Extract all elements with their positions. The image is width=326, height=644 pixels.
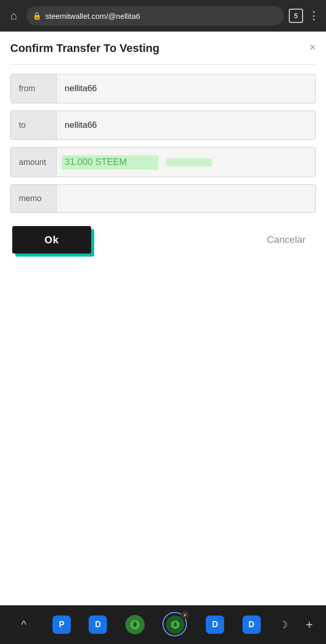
browser-menu-icon[interactable]: ⋮ [308,9,320,22]
ok-button[interactable]: Ok [12,226,91,254]
to-value: nellita66 [57,111,315,139]
nav-app-d1-icon[interactable]: D [89,615,107,634]
from-row: from nellita66 [10,74,316,103]
dialog-divider [10,64,316,65]
confirm-transfer-dialog: Confirm Transfer To Vesting × from nelli… [0,32,326,269]
close-icon[interactable]: × [309,42,316,53]
memo-label: memo [11,185,57,212]
nav-app-p-icon[interactable]: P [52,615,71,634]
memo-value [57,185,315,212]
bottom-nav-bar: ^ P D × D D ☽ + [0,605,326,644]
nav-app-d3-icon[interactable]: D [242,615,261,634]
home-icon[interactable]: ⌂ [6,9,21,22]
ok-button-wrapper: Ok [12,226,91,254]
lock-icon: 🔒 [33,12,41,20]
action-row: Ok Cancelar [10,226,316,254]
page-content: Confirm Transfer To Vesting × from nelli… [0,32,326,605]
memo-row: memo [10,184,316,213]
amount-row: amount 31.000 STEEM [10,147,316,177]
x-badge: × [181,611,189,619]
nav-app-green-icon[interactable] [125,615,145,634]
from-value: nellita66 [57,74,315,103]
to-row: to nellita66 [10,110,316,140]
tab-count-badge[interactable]: 5 [289,9,303,23]
cancel-button[interactable]: Cancelar [259,229,314,250]
amount-highlight2 [166,158,212,166]
amount-label: amount [11,148,57,177]
browser-chrome: ⌂ 🔒 steemitwallet.com/@nellita6 5 ⋮ [0,0,326,32]
to-label: to [11,111,57,139]
nav-app-d2-icon[interactable]: D [206,615,224,634]
nav-moon-icon[interactable]: ☽ [279,619,288,631]
nav-chevron-up-icon[interactable]: ^ [13,614,35,635]
nav-plus-icon[interactable]: + [306,618,313,632]
dialog-title: Confirm Transfer To Vesting [10,42,159,55]
amount-value: 31.000 STEEM [57,148,315,177]
browser-url: steemitwallet.com/@nellita6 [45,12,278,20]
from-label: from [11,74,57,103]
dialog-header: Confirm Transfer To Vesting × [10,42,316,55]
nav-app-active-icon[interactable]: × [162,612,188,637]
address-bar[interactable]: 🔒 steemitwallet.com/@nellita6 [26,6,284,25]
